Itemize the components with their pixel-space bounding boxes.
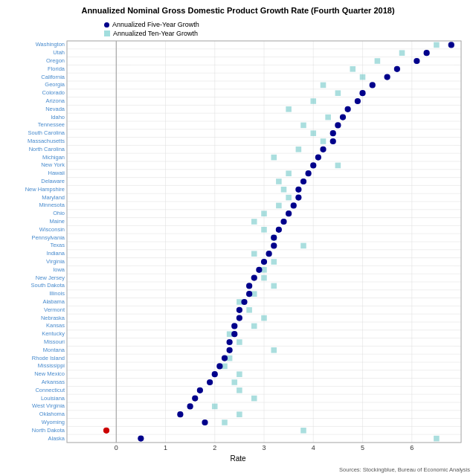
chart-container: Annualized Nominal Gross Domestic Produc… [0, 0, 476, 476]
main-canvas [0, 0, 476, 476]
x-axis-label: Rate [0, 454, 476, 463]
source-label: Sources: Stockingblue, Bureau of Economi… [339, 466, 470, 473]
